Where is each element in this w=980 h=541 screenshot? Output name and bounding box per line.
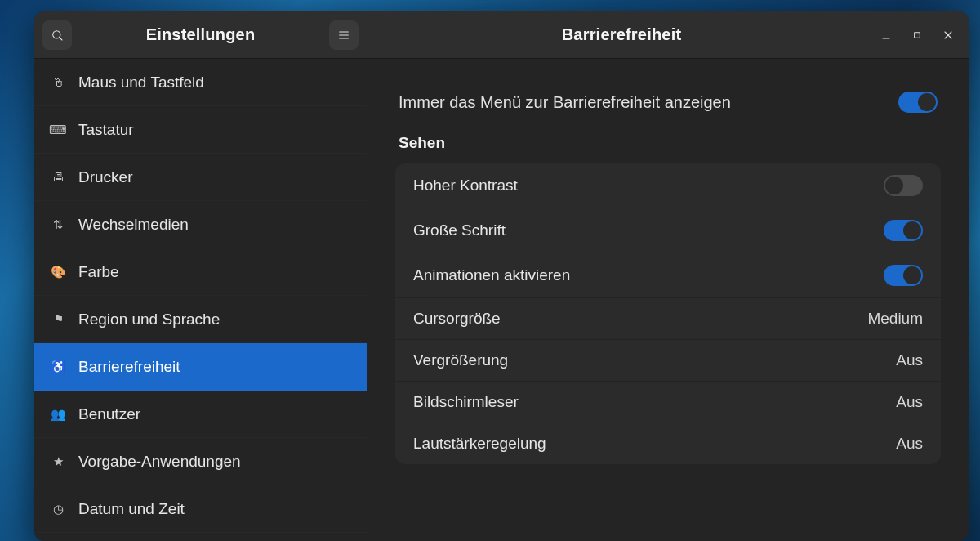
seeing-row-switch[interactable] — [884, 175, 923, 196]
content-pane: Barrierefreiheit Immer das Menü zur Barr… — [368, 11, 969, 541]
sidebar-item-label: Benutzer — [78, 405, 140, 423]
sidebar-item[interactable]: 🖱Maus und Tastfeld — [34, 59, 367, 106]
maximize-button[interactable] — [905, 23, 929, 47]
sidebar-item[interactable]: ♿Barrierefreiheit — [34, 343, 367, 391]
seeing-row-label: Bildschirmleser — [413, 393, 519, 411]
hamburger-icon — [337, 29, 350, 42]
settings-window: Einstellungen 🖱Maus und Tastfeld⌨Tastatu… — [34, 11, 969, 541]
always-show-menu-row: Immer das Menü zur Barrierefreiheit anze… — [395, 82, 941, 127]
seeing-row-value: Aus — [896, 393, 923, 411]
seeing-row[interactable]: LautstärkeregelungAus — [395, 423, 941, 464]
svg-point-0 — [53, 30, 60, 38]
sidebar-item-icon: 👥 — [51, 407, 65, 422]
svg-line-1 — [60, 38, 62, 40]
sidebar-item-icon: 🖱 — [51, 75, 65, 89]
sidebar-item-label: Vorgabe-Anwendungen — [78, 453, 241, 471]
minimize-icon — [880, 29, 893, 42]
sidebar-item-label: Tastatur — [78, 121, 134, 139]
sidebar-item-icon: ♿ — [51, 360, 65, 374]
seeing-row-label: Vergrößerung — [413, 351, 508, 369]
always-show-menu-label: Immer das Menü zur Barrierefreiheit anze… — [399, 93, 731, 112]
sidebar-item-label: Wechselmedien — [78, 216, 189, 234]
sidebar-item-label: Region und Sprache — [78, 311, 220, 329]
close-icon — [942, 29, 955, 42]
search-icon — [51, 29, 64, 42]
svg-rect-6 — [915, 32, 920, 38]
sidebar-title: Einstellungen — [72, 25, 329, 44]
sidebar-item-label: Maus und Tastfeld — [78, 74, 204, 92]
sidebar-item-icon: 🎨 — [51, 265, 65, 279]
sidebar-item-label: Barrierefreiheit — [78, 358, 180, 376]
always-show-menu-switch[interactable] — [898, 92, 938, 113]
sidebar-item-label: Datum und Zeit — [78, 500, 185, 518]
sidebar-item-icon: ⌨ — [51, 123, 65, 137]
sidebar-item[interactable]: 🎨Farbe — [34, 248, 367, 296]
seeing-row-value: Medium — [867, 310, 923, 328]
minimize-button[interactable] — [874, 23, 898, 47]
seeing-row-label: Animationen aktivieren — [413, 266, 570, 284]
seeing-row[interactable]: CursorgrößeMedium — [395, 297, 941, 339]
seeing-row-label: Cursorgröße — [413, 310, 501, 328]
seeing-section-title: Sehen — [399, 134, 941, 152]
seeing-row: Hoher Kontrast — [395, 163, 941, 208]
panel-title: Barrierefreiheit — [376, 25, 867, 44]
seeing-row-label: Hoher Kontrast — [413, 177, 518, 194]
menu-button[interactable] — [329, 20, 359, 50]
sidebar-item[interactable]: ◷Datum und Zeit — [34, 485, 367, 533]
sidebar-item-icon: ⚑ — [51, 312, 65, 327]
search-button[interactable] — [42, 20, 72, 50]
sidebar-item[interactable]: ★Vorgabe-Anwendungen — [34, 438, 367, 485]
maximize-icon — [911, 29, 924, 42]
sidebar-item[interactable]: ⌨Tastatur — [34, 106, 367, 154]
seeing-row[interactable]: VergrößerungAus — [395, 339, 941, 381]
seeing-row-switch[interactable] — [884, 265, 923, 286]
seeing-row-label: Lautstärkeregelung — [413, 435, 546, 453]
sidebar-headerbar: Einstellungen — [34, 11, 367, 59]
content-headerbar: Barrierefreiheit — [368, 11, 969, 59]
sidebar-item[interactable]: ⇅Wechselmedien — [34, 201, 367, 248]
panel-body: Immer das Menü zur Barrierefreiheit anze… — [368, 59, 969, 541]
sidebar-item-icon: ★ — [51, 454, 65, 469]
close-button[interactable] — [936, 23, 960, 47]
sidebar-item-label: Farbe — [78, 263, 119, 281]
sidebar-item-icon: ⇅ — [51, 217, 65, 232]
seeing-row-label: Große Schrift — [413, 221, 506, 239]
seeing-group: Hoher KontrastGroße SchriftAnimationen a… — [395, 163, 941, 464]
sidebar-item[interactable]: 👥Benutzer — [34, 391, 367, 438]
seeing-row[interactable]: BildschirmleserAus — [395, 381, 941, 423]
seeing-row-value: Aus — [896, 435, 923, 453]
sidebar: Einstellungen 🖱Maus und Tastfeld⌨Tastatu… — [34, 11, 368, 541]
seeing-row-value: Aus — [896, 351, 923, 369]
sidebar-item-icon: 🖶 — [51, 170, 65, 184]
seeing-row-switch[interactable] — [884, 220, 923, 241]
sidebar-navlist[interactable]: 🖱Maus und Tastfeld⌨Tastatur🖶Drucker⇅Wech… — [34, 59, 367, 541]
sidebar-item-label: Drucker — [78, 168, 133, 186]
sidebar-item[interactable]: 🖶Drucker — [34, 154, 367, 201]
sidebar-item-icon: ◷ — [51, 502, 65, 516]
seeing-row: Animationen aktivieren — [395, 253, 941, 297]
seeing-row: Große Schrift — [395, 208, 941, 253]
sidebar-item[interactable]: ⚑Region und Sprache — [34, 296, 367, 343]
